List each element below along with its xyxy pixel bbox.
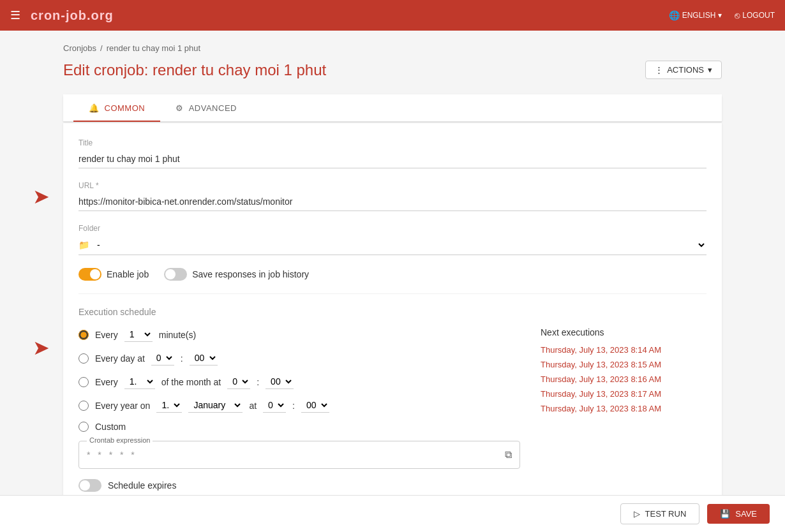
divider-1 xyxy=(78,293,706,294)
save-responses-toggle[interactable] xyxy=(164,268,187,281)
breadcrumb-sep: / xyxy=(100,43,103,53)
schedule-radio-2[interactable] xyxy=(78,353,89,364)
schedule-radio-3[interactable] xyxy=(78,377,89,387)
menu-icon[interactable]: ☰ xyxy=(10,8,20,22)
play-icon: ▷ xyxy=(634,509,640,519)
title-input[interactable] xyxy=(78,150,706,168)
schedule-opt2-min[interactable]: 00153045 xyxy=(190,351,218,366)
copy-button[interactable]: ⧉ xyxy=(505,449,512,461)
actions-button[interactable]: ⋮ ACTIONS ▾ xyxy=(645,61,722,79)
schedule-arrow: ➤ xyxy=(33,337,50,358)
breadcrumb: Cronjobs / render tu chay moi 1 phut xyxy=(63,43,722,53)
language-button[interactable]: 🌐 ENGLISH ▾ xyxy=(669,10,722,20)
next-exec-item-3[interactable]: Thursday, July 13, 2023 8:16 AM xyxy=(541,374,706,384)
save-icon: 💾 xyxy=(720,509,730,519)
next-executions-title: Next executions xyxy=(541,327,706,337)
next-exec-item-4[interactable]: Thursday, July 13, 2023 8:17 AM xyxy=(541,389,706,399)
chevron-down-icon: ▾ xyxy=(718,11,722,20)
header: ☰ cron-job.org 🌐 ENGLISH ▾ ⎋ LOGOUT xyxy=(0,0,785,31)
title-label: Title xyxy=(78,138,706,147)
folder-dropdown[interactable]: - xyxy=(94,239,706,251)
toggle-row: Enable job Save responses in job history xyxy=(78,268,706,281)
page-title-row: Edit cronjob: render tu chay moi 1 phut … xyxy=(63,61,722,79)
crontab-box: Crontab expression * * * * * ⧉ xyxy=(78,441,520,469)
footer-bar: ▷ TEST RUN 💾 SAVE xyxy=(0,495,785,532)
url-label: URL * xyxy=(78,181,706,190)
schedule-option-2: Every day at 012 : 00153045 xyxy=(78,351,520,366)
page-content: Cronjobs / render tu chay moi 1 phut Edi… xyxy=(48,31,737,532)
save-responses-label: Save responses in job history xyxy=(192,269,309,279)
schedule-opt3-day[interactable]: 1.2.15. xyxy=(124,374,155,389)
header-right: 🌐 ENGLISH ▾ ⎋ LOGOUT xyxy=(669,10,775,20)
logout-label: LOGOUT xyxy=(742,11,775,20)
test-run-button[interactable]: ▷ TEST RUN xyxy=(620,503,700,524)
test-run-label: TEST RUN xyxy=(645,509,687,519)
schedule-options: ➤ Every 125101530 minute(s) Every day at… xyxy=(78,327,520,492)
page-title: Edit cronjob: render tu chay moi 1 phut xyxy=(63,61,326,79)
url-input[interactable] xyxy=(78,193,706,211)
save-responses-toggle-item: Save responses in job history xyxy=(164,268,309,281)
folder-icon: 📁 xyxy=(78,240,89,250)
tabs: 🔔 COMMON ⚙ ADVANCED xyxy=(63,94,722,122)
schedule-opt1-post: minute(s) xyxy=(159,330,196,340)
crontab-label: Crontab expression xyxy=(87,436,153,444)
header-left: ☰ cron-job.org xyxy=(10,8,114,23)
breadcrumb-current: render tu chay moi 1 phut xyxy=(107,43,200,53)
tab-common-label: COMMON xyxy=(105,103,146,113)
title-group: Title xyxy=(78,138,706,168)
main-card: Title URL * ➤ Folder 📁 - Enable job xyxy=(63,123,722,532)
schedule-opt3-mid: of the month at xyxy=(161,377,221,387)
folder-label: Folder xyxy=(78,224,706,233)
tab-advanced-label: ADVANCED xyxy=(189,103,237,113)
next-exec-item-1[interactable]: Thursday, July 13, 2023 8:14 AM xyxy=(541,345,706,355)
enable-job-toggle[interactable] xyxy=(78,268,101,281)
url-group: URL * ➤ xyxy=(78,181,706,211)
schedule-radio-1[interactable] xyxy=(78,330,89,340)
breadcrumb-parent[interactable]: Cronjobs xyxy=(63,43,96,53)
language-label: ENGLISH xyxy=(682,11,716,20)
enable-job-toggle-item: Enable job xyxy=(78,268,149,281)
next-executions-panel: Next executions Thursday, July 13, 2023 … xyxy=(541,327,706,492)
schedule-opt3-min[interactable]: 0030 xyxy=(265,374,294,389)
dots-icon: ⋮ xyxy=(655,65,663,75)
folder-group: Folder 📁 - xyxy=(78,224,706,255)
url-arrow: ➤ xyxy=(33,186,50,207)
enable-job-label: Enable job xyxy=(107,269,149,279)
schedule-radio-5[interactable] xyxy=(78,422,89,432)
schedule-radio-4[interactable] xyxy=(78,401,89,411)
logo: cron-job.org xyxy=(31,8,114,23)
logout-button[interactable]: ⎋ LOGOUT xyxy=(735,10,775,20)
save-button[interactable]: 💾 SAVE xyxy=(707,504,770,524)
tab-advanced[interactable]: ⚙ ADVANCED xyxy=(160,94,252,122)
schedule-opt3-pre: Every xyxy=(95,377,118,387)
expires-toggle[interactable] xyxy=(78,479,101,492)
schedule-opt4-month[interactable]: JanuaryFebruary xyxy=(188,398,243,413)
logo-suffix: .org xyxy=(87,8,114,22)
schedule-opt4-day[interactable]: 1.2. xyxy=(156,398,182,413)
schedule-section-header: Execution schedule xyxy=(78,307,706,317)
folder-select[interactable]: 📁 - xyxy=(78,235,706,255)
schedule-opt2-pre: Every day at xyxy=(95,353,145,364)
schedule-opt3-hour[interactable]: 01 xyxy=(227,374,250,389)
schedule-opt4-hour[interactable]: 01 xyxy=(263,398,286,413)
schedule-opt4-min[interactable]: 0030 xyxy=(301,398,329,413)
expires-row: Schedule expires xyxy=(78,479,520,492)
schedule-layout: ➤ Every 125101530 minute(s) Every day at… xyxy=(78,327,706,492)
tab-common[interactable]: 🔔 COMMON xyxy=(73,94,160,122)
crontab-value: * * * * * xyxy=(87,450,137,460)
schedule-opt1-value[interactable]: 125101530 xyxy=(124,327,153,342)
expires-label: Schedule expires xyxy=(108,480,176,491)
alarm-icon: 🔔 xyxy=(89,103,100,113)
schedule-option-4: Every year on 1.2. JanuaryFebruary at 01… xyxy=(78,398,520,413)
schedule-opt2-hour[interactable]: 012 xyxy=(151,351,174,366)
logo-text: cron-job xyxy=(31,8,87,22)
sliders-icon: ⚙ xyxy=(176,103,184,113)
schedule-opt4-at: at xyxy=(249,401,257,411)
schedule-opt4-pre: Every year on xyxy=(95,401,150,411)
schedule-opt5-label: Custom xyxy=(95,422,126,432)
next-exec-item-5[interactable]: Thursday, July 13, 2023 8:18 AM xyxy=(541,404,706,413)
actions-label: ACTIONS xyxy=(667,65,704,75)
chevron-down-icon: ▾ xyxy=(708,65,712,75)
next-exec-item-2[interactable]: Thursday, July 13, 2023 8:15 AM xyxy=(541,360,706,369)
schedule-option-1: Every 125101530 minute(s) xyxy=(78,327,520,342)
